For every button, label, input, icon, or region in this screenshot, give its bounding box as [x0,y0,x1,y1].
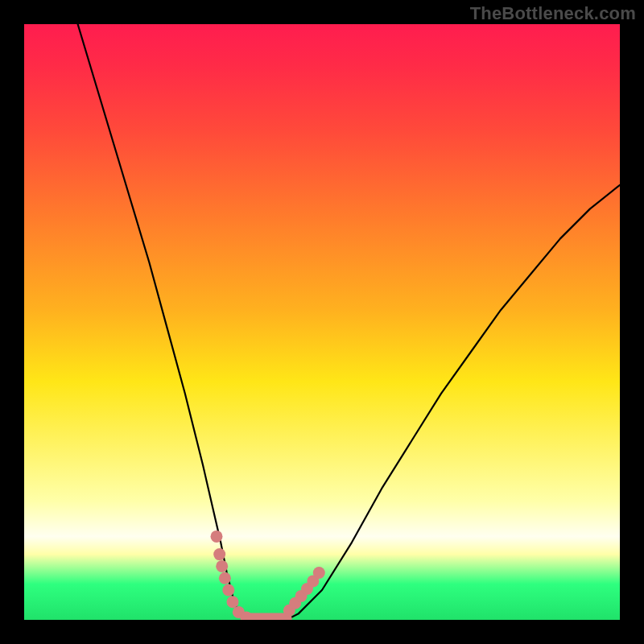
chart-frame: TheBottleneck.com [0,0,644,644]
curve-marker [227,596,239,608]
plot-area [24,24,620,620]
bottleneck-curve [78,24,620,620]
marker-group-left [211,530,253,620]
curve-marker [219,572,231,584]
curve-layer [24,24,620,620]
curve-marker [211,530,223,543]
curve-marker [213,548,225,560]
curve-marker [313,567,325,579]
curve-marker [222,584,234,597]
watermark-text: TheBottleneck.com [470,3,636,24]
curve-marker [216,560,228,572]
